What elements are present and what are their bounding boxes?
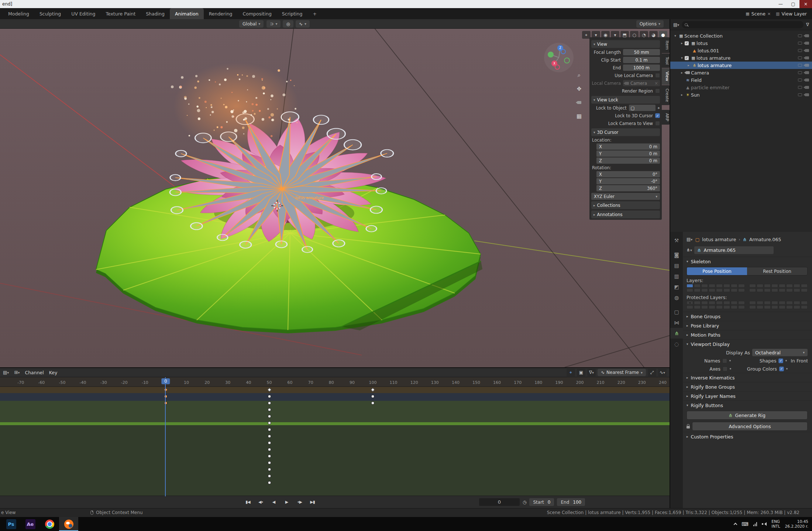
expander-icon[interactable]: ▸	[686, 63, 691, 67]
layer-cell[interactable]	[794, 305, 800, 309]
render-tab-icon[interactable]: ◙	[670, 249, 683, 260]
cursor-rotation-y-field[interactable]: Y-0°	[596, 178, 660, 184]
axes-checkbox[interactable]	[723, 367, 727, 371]
expander-icon[interactable]: ▸	[679, 93, 685, 97]
outliner-row-lotus-armature[interactable]: ▸⋔lotus armature	[670, 62, 812, 69]
world-tab-icon[interactable]: ◍	[670, 292, 683, 303]
layer-cell[interactable]	[771, 305, 778, 309]
layer-cell[interactable]	[738, 284, 745, 288]
cursor-location-x-field[interactable]: X0 m	[596, 143, 660, 150]
layer-cell[interactable]	[801, 301, 808, 305]
close-button[interactable]: ×	[799, 0, 812, 8]
proportional-edit-button[interactable]: ◎	[283, 20, 293, 28]
generate-rig-button[interactable]: ⋔Generate Rig	[687, 411, 808, 420]
expander-icon[interactable]: ▸	[679, 41, 685, 45]
3d-cursor-panel-header[interactable]: ▾3D Cursor	[591, 128, 660, 136]
start-frame-field[interactable]: Start0	[529, 498, 554, 506]
outliner-row-lotus[interactable]: ▸✓▦lotus	[670, 39, 812, 47]
panel-header-rigify-bone-groups[interactable]: ▸Rigify Bone Groups	[683, 382, 812, 391]
snap-dropdown[interactable]: ⊃▾	[266, 20, 281, 28]
keyframe-dot[interactable]	[268, 395, 271, 398]
3d-viewport[interactable]: Global▾ ⊃▾ ◎ ∿▾ Options▾ ⌖▾◉▾⬒○◔◕● lotus…	[0, 19, 670, 367]
display-as-dropdown[interactable]: Octahedral▾	[752, 349, 808, 356]
keyframe-dot[interactable]	[268, 428, 271, 431]
cursor-location-z-field[interactable]: Z0 m	[596, 157, 660, 164]
end-frame-field[interactable]: End100	[557, 498, 585, 506]
cursor-rotation-x-field[interactable]: X0°	[596, 171, 660, 177]
zoom-icon[interactable]: ⌕	[574, 71, 584, 80]
layer-cell[interactable]	[764, 288, 771, 292]
layer-cell[interactable]	[694, 288, 701, 292]
layer-cell[interactable]	[771, 301, 778, 305]
layer-cell[interactable]	[764, 284, 771, 288]
workspace-tab-animation[interactable]: Animation	[170, 8, 204, 19]
tool-tab-icon[interactable]: ⚒	[670, 235, 683, 246]
value-field[interactable]: 50 mm	[623, 49, 660, 55]
layer-cell[interactable]	[757, 305, 763, 309]
filter-icon[interactable]: ∇▾	[587, 369, 596, 376]
dope-sheet-editor-dropdown[interactable]: ▤▾	[3, 370, 9, 375]
outliner-row-field[interactable]: ≋Field	[670, 76, 812, 84]
render-visibility-icon[interactable]	[805, 71, 809, 74]
workspace-tab--[interactable]: +	[307, 8, 321, 19]
layer-cell[interactable]	[701, 305, 708, 309]
layer-cell[interactable]	[738, 301, 745, 305]
panel-header-inverse-kinematics[interactable]: ▸Inverse Kinematics	[683, 373, 812, 382]
navigation-gizmo[interactable]: X Z	[542, 41, 576, 74]
outliner-search-input[interactable]	[682, 21, 804, 28]
scene-selector[interactable]: ▦ Scene ×	[746, 11, 771, 17]
layer-cell[interactable]	[794, 301, 800, 305]
render-visibility-icon[interactable]	[805, 34, 809, 37]
lock-object-field[interactable]: ▢	[629, 105, 656, 111]
viewport-visibility-icon[interactable]	[798, 42, 802, 45]
layer-cell[interactable]	[749, 305, 756, 309]
viewport-visibility-icon[interactable]	[798, 34, 802, 37]
layer-cell[interactable]	[764, 301, 771, 305]
render-visibility-icon[interactable]	[805, 42, 809, 45]
layer-cell[interactable]	[749, 288, 756, 292]
layer-cell[interactable]	[723, 301, 730, 305]
shapes-checkbox[interactable]: ✓	[778, 358, 783, 363]
options-dropdown[interactable]: Options▾	[636, 20, 664, 28]
layer-cell[interactable]	[709, 288, 715, 292]
play-button[interactable]: ▶	[281, 498, 293, 506]
layer-cell[interactable]	[771, 284, 778, 288]
panel-header-bone-groups[interactable]: ▸Bone Groups	[683, 312, 812, 321]
render-region-checkbox[interactable]	[655, 88, 660, 93]
layer-cell[interactable]	[757, 284, 763, 288]
viewport-display-panel-header[interactable]: ▾Viewport Display	[683, 339, 812, 348]
layer-cell[interactable]	[694, 305, 701, 309]
rotation-mode-dropdown[interactable]: XYZ Euler▾	[591, 193, 660, 200]
layer-cell[interactable]	[731, 284, 737, 288]
viewport-visibility-icon[interactable]	[798, 86, 802, 89]
keyframe-dot[interactable]	[268, 468, 271, 471]
keyframe-dot[interactable]	[268, 402, 271, 405]
keyframe-dot[interactable]	[164, 402, 168, 405]
keyframe-dot[interactable]	[268, 481, 271, 485]
layer-cell[interactable]	[749, 284, 756, 288]
n-panel-tab-tool[interactable]: Tool	[662, 53, 670, 68]
render-visibility-icon[interactable]	[805, 64, 809, 67]
layer-cell[interactable]	[709, 301, 715, 305]
keyframe-dot[interactable]	[268, 448, 271, 451]
layer-cell[interactable]	[687, 305, 693, 309]
view-lock-panel-header[interactable]: ▾View Lock	[591, 96, 660, 104]
view-layer-tab-icon[interactable]: ▥	[670, 271, 683, 281]
layer-cell[interactable]	[701, 301, 708, 305]
outliner-filter-icon[interactable]: ∇	[806, 22, 809, 27]
value-field[interactable]: 1000 m	[623, 65, 660, 71]
panel-header-rigify-layer-names[interactable]: ▸Rigify Layer Names	[683, 391, 812, 400]
advanced-options-button[interactable]: Advanced Options	[692, 422, 808, 431]
keyboard-icon[interactable]: ⌨	[742, 521, 749, 527]
volume-icon[interactable]	[762, 522, 767, 526]
collection-checkbox[interactable]: ✓	[685, 41, 689, 45]
render-visibility-icon[interactable]	[805, 49, 809, 52]
taskbar-app-chrome[interactable]	[40, 517, 59, 531]
copy-keys-icon[interactable]: ⤢	[648, 369, 656, 376]
keying-clock-icon[interactable]: ◷	[523, 500, 526, 505]
clear-icon[interactable]: ×	[654, 81, 658, 86]
workspace-tab-texture-paint[interactable]: Texture Paint	[100, 8, 141, 19]
perspective-toggle-icon[interactable]: ▦	[574, 112, 584, 121]
layer-cell[interactable]	[709, 305, 715, 309]
jump-to-start-button[interactable]: ▮◀	[242, 498, 254, 506]
